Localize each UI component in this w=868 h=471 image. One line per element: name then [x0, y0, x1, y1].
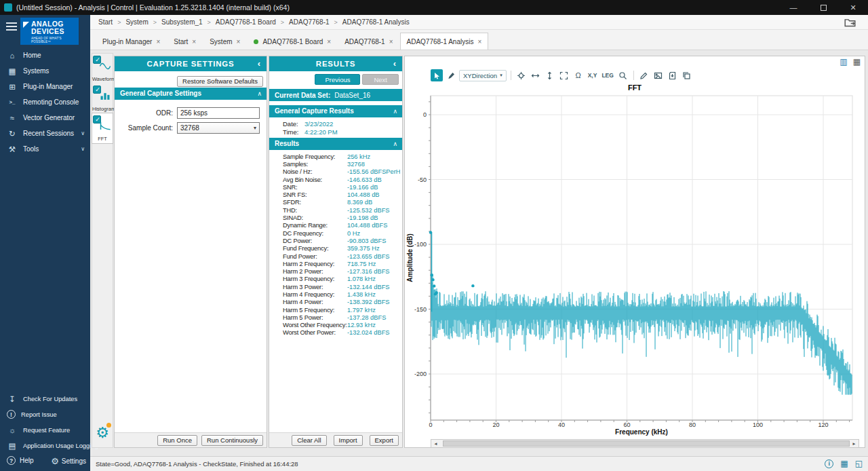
hamburger-menu-icon[interactable] [6, 22, 17, 33]
tab-adaq7768-1-analysis[interactable]: ADAQ7768-1 Analysis× [400, 33, 489, 50]
run-once-button[interactable]: Run Once [157, 435, 197, 446]
event-log-icon[interactable]: ▦ [840, 459, 848, 468]
xy-coordinates-icon[interactable]: X,Y [587, 72, 599, 79]
sidebar-item-systems[interactable]: ▦Systems [0, 63, 90, 79]
general-capture-settings-bar[interactable]: General Capture Settings ∧ [115, 88, 267, 100]
sidebar-item-home[interactable]: ⌂Home [0, 48, 90, 63]
tab-label: Start [174, 38, 188, 45]
analysis-strip-item-waveform[interactable]: Waveform [92, 54, 113, 83]
results-section-bar[interactable]: Results ∧ [269, 138, 402, 150]
collapse-panel-icon[interactable]: ‹ [258, 56, 261, 71]
breadcrumb-item[interactable]: System [125, 18, 148, 26]
resize-corner-icon[interactable]: ◱ [855, 459, 863, 468]
horizontal-pan-icon[interactable] [530, 69, 542, 81]
tab-close-icon[interactable]: × [327, 38, 331, 45]
result-value: 0 Hz [347, 230, 360, 237]
collapse-section-icon[interactable]: ∧ [257, 88, 262, 100]
scroll-right-icon[interactable]: ► [850, 440, 859, 447]
next-dataset-button[interactable]: Next [362, 74, 399, 85]
breadcrumb-item[interactable]: ADAQ7768-1 Board [216, 18, 276, 26]
tab-strip: Plug-in Manager×Start×System×ADAQ7768-1 … [90, 30, 868, 50]
sidebar-item-check-for-updates[interactable]: ↧Check For Updates [0, 391, 90, 407]
grid-view-icon[interactable]: ▦ [853, 57, 861, 67]
tab-plug-in-manager[interactable]: Plug-in Manager× [96, 33, 167, 50]
restore-software-defaults-button[interactable]: Restore Software Defaults [177, 76, 263, 87]
sidebar-item-settings[interactable]: ⚙ Settings [51, 456, 86, 466]
collapse-panel-icon[interactable]: ‹ [393, 56, 397, 71]
copy-icon[interactable] [681, 69, 693, 81]
chart-horizontal-scrollbar[interactable]: ◄ ► [431, 439, 859, 448]
breadcrumb-item[interactable]: ADAQ7768-1 Analysis [342, 18, 410, 26]
pointer-tool-icon[interactable] [431, 69, 443, 81]
odr-input[interactable] [177, 107, 260, 119]
result-value: -123.655 dBFS [347, 253, 390, 260]
scrollbar-thumb[interactable] [443, 440, 850, 447]
console-icon: >_ [7, 100, 18, 105]
sidebar-item-application-usage-logging[interactable]: ▤Application Usage Logging [0, 438, 90, 453]
minimize-button[interactable]: — [778, 0, 808, 15]
tab-system[interactable]: System× [203, 33, 247, 50]
info-icon[interactable]: i [825, 459, 833, 468]
annotate-pencil-icon[interactable] [638, 69, 650, 81]
fit-to-view-icon[interactable] [558, 69, 570, 81]
sidebar-item-request-feature[interactable]: ☼Request Feature [0, 422, 90, 438]
general-capture-results-bar[interactable]: General Capture Results ∧ [269, 105, 402, 117]
load-session-icon[interactable] [844, 17, 856, 29]
analysis-strip-item-histogram[interactable]: Histogram [92, 83, 113, 113]
dock-panel-icon[interactable]: ▥ [840, 57, 847, 67]
sidebar-item-tools[interactable]: ⚒Tools∨ [0, 141, 90, 157]
analysis-strip-item-fft[interactable]: FFT [92, 113, 113, 143]
import-button[interactable]: Import [334, 435, 363, 446]
xydirection-dropdown[interactable]: XYDirection ▾ [459, 70, 507, 81]
brush-tool-icon[interactable] [445, 69, 457, 81]
breadcrumb-item[interactable]: Start [98, 18, 113, 26]
tab-close-icon[interactable]: × [156, 38, 160, 45]
logo-tagline: AHEAD OF WHAT'S POSSIBLE™ [31, 37, 76, 43]
vertical-pan-icon[interactable] [544, 69, 556, 81]
sidebar-item-recent-sessions[interactable]: ↻Recent Sessions∨ [0, 126, 90, 141]
scroll-left-icon[interactable]: ◄ [431, 440, 440, 447]
sample-count-dropdown[interactable]: 32768 ▾ [177, 122, 260, 134]
tab-adaq7768-1[interactable]: ADAQ7768-1× [338, 33, 399, 50]
collapse-section-icon[interactable]: ∧ [393, 105, 397, 117]
chevron-down-icon: ∨ [81, 146, 85, 152]
tab-start[interactable]: Start× [167, 33, 203, 50]
tab-close-icon[interactable]: × [237, 38, 241, 45]
tab-label: ADAQ7768-1 [344, 38, 384, 45]
sidebar-item-plug-in-manager[interactable]: ⊞Plug-in Manager [0, 79, 90, 94]
maximize-button[interactable] [808, 0, 838, 15]
clear-all-button[interactable]: Clear All [292, 435, 326, 446]
fft-plot[interactable]: 0204060801001200-50-100-150-200Frequency… [405, 88, 866, 438]
sidebar-item-help[interactable]: ? Help [7, 456, 34, 465]
analysis-strip-label: Histogram [92, 106, 113, 112]
export-data-icon[interactable] [667, 69, 679, 81]
zoom-icon[interactable] [617, 69, 629, 81]
sidebar-item-remoting-console[interactable]: >_Remoting Console [0, 94, 90, 110]
sidebar-item-report-issue[interactable]: !Report Issue [0, 407, 90, 422]
collapse-section-icon[interactable]: ∧ [393, 138, 397, 150]
result-value: -137.28 dBFS [347, 314, 386, 321]
breadcrumb-item[interactable]: Subsystem_1 [161, 18, 203, 26]
tab-adaq7768-1-board[interactable]: ADAQ7768-1 Board× [247, 33, 338, 50]
result-value: -19.166 dB [347, 184, 378, 191]
analysis-settings-gear-icon[interactable]: ⚙ [92, 424, 113, 442]
save-image-icon[interactable] [652, 69, 665, 81]
sidebar-item-vector-generator[interactable]: ≈Vector Generator [0, 110, 90, 126]
svg-text:0: 0 [429, 421, 432, 428]
tab-close-icon[interactable]: × [477, 38, 481, 45]
breadcrumb-item[interactable]: ADAQ7768-1 [289, 18, 329, 26]
crosshair-icon[interactable] [515, 69, 528, 81]
export-button[interactable]: Export [370, 435, 399, 446]
result-label: Worst Other Frequency: [283, 322, 347, 328]
tab-close-icon[interactable]: × [389, 38, 393, 45]
tab-close-icon[interactable]: × [192, 38, 196, 45]
tab-label: ADAQ7768-1 Analysis [407, 38, 474, 45]
run-continuously-button[interactable]: Run Continuously [201, 435, 263, 446]
omega-units-icon[interactable]: Ω [572, 69, 585, 81]
result-value: -19.198 dB [347, 214, 378, 221]
capture-settings-panel: CAPTURE SETTINGS ‹ Restore Software Defa… [114, 56, 267, 448]
close-button[interactable]: ✕ [838, 0, 868, 15]
table-row: Fund Power:-123.655 dBFS [283, 252, 400, 260]
previous-dataset-button[interactable]: Previous [315, 74, 360, 85]
legend-toggle-icon[interactable]: LEG [600, 72, 614, 79]
